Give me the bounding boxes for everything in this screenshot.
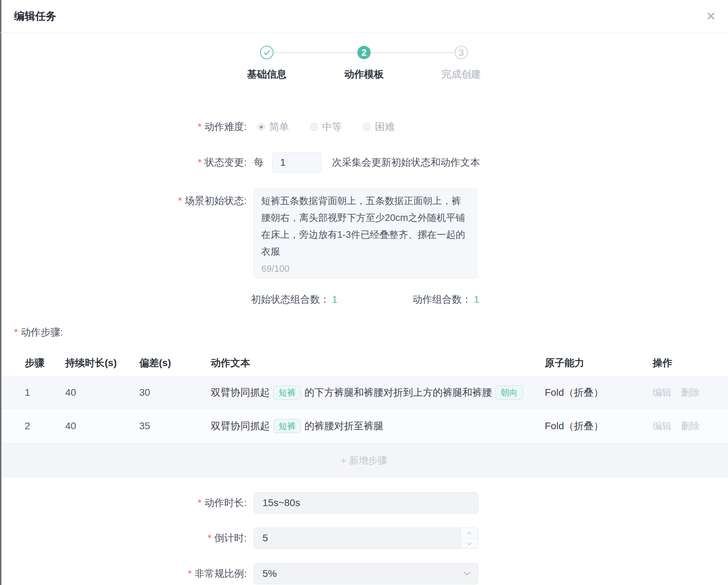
action-steps-label: *动作步骤: xyxy=(14,327,728,338)
radio-label: 困难 xyxy=(375,120,395,134)
step-cell: 2 xyxy=(25,420,65,432)
stepper: 2 3 基础信息 动作模板 完成创建 xyxy=(260,46,468,80)
radio-icon xyxy=(363,123,371,131)
action-text-cell: 双臂协同抓起短裤的裤腰对折至裤腿 xyxy=(211,419,545,433)
required-asterisk: * xyxy=(198,121,202,132)
required-asterisk: * xyxy=(188,568,192,579)
deviation-cell: 35 xyxy=(139,420,211,432)
step-1-indicator[interactable] xyxy=(260,46,273,59)
countdown-label: *倒计时: xyxy=(0,531,247,545)
action-text: 双臂协同抓起 xyxy=(211,386,270,399)
col-header-operations: 操作 xyxy=(653,356,728,370)
action-duration-label: *动作时长: xyxy=(0,496,247,510)
ability-cell: Fold（折叠） xyxy=(545,419,653,433)
col-header-duration: 持续时长(s) xyxy=(65,356,139,370)
countdown-row: *倒计时: xyxy=(0,528,728,549)
radio-label: 简单 xyxy=(269,120,289,134)
required-asterisk: * xyxy=(178,195,182,206)
state-change-row: *状态变更: 每 次采集会更新初始状态和动作文本 xyxy=(0,152,728,173)
step-2-number: 2 xyxy=(362,47,366,58)
select-chevron-down-icon[interactable] xyxy=(464,572,470,576)
radio-option-medium[interactable]: 中等 xyxy=(310,120,342,134)
spinner-down-button[interactable] xyxy=(461,538,478,548)
operations-cell: 编辑删除 xyxy=(653,420,728,432)
radio-option-hard[interactable]: 困难 xyxy=(363,120,395,134)
difficulty-label: *动作难度: xyxy=(0,120,247,134)
edit-link[interactable]: 编辑 xyxy=(653,386,672,399)
difficulty-row: *动作难度: 简单 中等 困难 xyxy=(0,119,728,135)
table-row: 24035双臂协同抓起短裤的裤腰对折至裤腿Fold（折叠）编辑删除 xyxy=(0,409,728,443)
edit-link[interactable]: 编辑 xyxy=(653,420,672,432)
initial-combo-count: 初始状态组合数：1 xyxy=(251,293,338,306)
combo-counts-row: 初始状态组合数：1 动作组合数：1 xyxy=(0,294,728,305)
stepper-track: 2 3 xyxy=(260,46,468,59)
page-left-edge xyxy=(0,0,1,585)
object-tag: 朝向 xyxy=(495,386,523,400)
delete-link[interactable]: 删除 xyxy=(681,420,700,432)
action-steps-table: 步骤 持续时长(s) 偏差(s) 动作文本 原子能力 操作 14030双臂协同抓… xyxy=(0,350,728,478)
state-change-prefix: 每 xyxy=(254,156,264,169)
step-2-label: 动作模板 xyxy=(344,68,384,81)
step-cell: 1 xyxy=(25,387,65,398)
radio-option-easy[interactable]: 简单 xyxy=(257,120,289,134)
step-2-indicator[interactable]: 2 xyxy=(357,46,371,59)
stepper-connector xyxy=(371,52,455,53)
step-3-number: 3 xyxy=(459,47,464,58)
dialog-title: 编辑任务 xyxy=(14,0,56,32)
radio-icon xyxy=(310,123,318,131)
char-counter: 69/100 xyxy=(261,263,290,274)
ability-cell: Fold（折叠） xyxy=(545,386,653,399)
initial-state-label: *场景初始状态: xyxy=(0,189,247,208)
state-change-suffix: 次采集会更新初始状态和动作文本 xyxy=(332,156,480,169)
stepper-labels: 基础信息 动作模板 完成创建 xyxy=(260,68,468,80)
required-asterisk: * xyxy=(198,157,202,168)
duration-cell: 40 xyxy=(65,420,139,432)
unusual-ratio-label: *非常规比例: xyxy=(0,567,247,580)
action-text: 的裤腰对折至裤腿 xyxy=(304,419,383,433)
number-spinner xyxy=(461,528,478,548)
required-asterisk: * xyxy=(208,532,211,543)
steps-table-body: 14030双臂协同抓起短裤的下方裤腿和裤腰对折到上方的裤腿和裤腰朝向Fold（折… xyxy=(0,376,728,443)
delete-link[interactable]: 删除 xyxy=(681,386,700,399)
chevron-down-icon xyxy=(467,542,472,545)
combo-value: 1 xyxy=(474,294,479,305)
state-change-label: *状态变更: xyxy=(0,156,247,169)
chevron-up-icon xyxy=(467,532,472,535)
step-3-label: 完成创建 xyxy=(442,68,481,81)
add-step-row: + 新增步骤 xyxy=(0,443,728,478)
add-step-button[interactable]: + 新增步骤 xyxy=(341,454,387,467)
object-tag: 短裤 xyxy=(273,386,301,400)
table-row: 14030双臂协同抓起短裤的下方裤腿和裤腰对折到上方的裤腿和裤腰朝向Fold（折… xyxy=(0,376,728,409)
object-tag: 短裤 xyxy=(273,419,301,433)
col-header-step: 步骤 xyxy=(25,356,65,370)
action-duration-row: *动作时长: xyxy=(0,492,728,513)
action-duration-input[interactable] xyxy=(254,492,478,513)
unusual-ratio-select[interactable] xyxy=(254,563,478,584)
required-asterisk: * xyxy=(198,497,202,508)
action-text-cell: 双臂协同抓起短裤的下方裤腿和裤腰对折到上方的裤腿和裤腰朝向 xyxy=(211,386,545,400)
stepper-connector xyxy=(273,52,357,53)
radio-selected-icon xyxy=(257,123,265,131)
action-text: 的下方裤腿和裤腰对折到上方的裤腿和裤腰 xyxy=(304,386,492,399)
required-asterisk: * xyxy=(14,327,18,338)
state-change-input[interactable] xyxy=(272,152,321,173)
duration-cell: 40 xyxy=(65,387,139,398)
initial-state-row: *场景初始状态: 短裤五条数据背面朝上，五条数据正面朝上，裤腰朝右，离头部视野下… xyxy=(0,189,728,280)
action-combo-count: 动作组合数：1 xyxy=(412,293,479,306)
dialog-header: 编辑任务 ✕ xyxy=(0,0,728,33)
edit-task-dialog: 编辑任务 ✕ 2 3 基础信息 动作模板 完成创建 *动作难度: xyxy=(0,0,728,585)
step-3-indicator[interactable]: 3 xyxy=(455,46,468,59)
check-icon xyxy=(263,49,271,56)
radio-label: 中等 xyxy=(322,120,342,134)
table-header-row: 步骤 持续时长(s) 偏差(s) 动作文本 原子能力 操作 xyxy=(0,350,728,376)
col-header-ability: 原子能力 xyxy=(545,356,653,370)
spinner-up-button[interactable] xyxy=(461,528,478,538)
operations-cell: 编辑删除 xyxy=(653,386,728,399)
unusual-ratio-row: *非常规比例: xyxy=(0,563,728,585)
action-text: 双臂协同抓起 xyxy=(211,419,270,433)
initial-state-textarea-wrap: 短裤五条数据背面朝上，五条数据正面朝上，裤腰朝右，离头部视野下方至少20cm之外… xyxy=(254,189,477,280)
countdown-input[interactable] xyxy=(254,528,478,549)
deviation-cell: 30 xyxy=(139,387,211,398)
combo-value: 1 xyxy=(332,294,338,305)
close-icon[interactable]: ✕ xyxy=(706,8,716,24)
